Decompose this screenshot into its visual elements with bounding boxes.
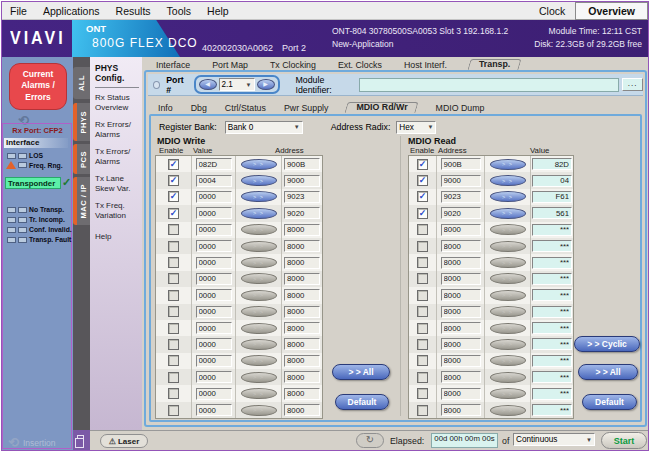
value-input[interactable]	[532, 224, 572, 236]
transfer-button[interactable]: > >	[241, 208, 277, 219]
enable-checkbox[interactable]	[168, 388, 179, 399]
value-input[interactable]	[532, 207, 572, 219]
transfer-button[interactable]: > >	[490, 372, 526, 383]
transfer-button[interactable]: > >	[490, 355, 526, 366]
transfer-button[interactable]: > >	[490, 159, 526, 170]
menu-tools[interactable]: Tools	[159, 5, 200, 17]
port-next-button[interactable]: ▶	[257, 79, 275, 90]
enable-checkbox[interactable]	[168, 339, 179, 350]
write-default-button[interactable]: Default	[335, 394, 389, 410]
value-input[interactable]	[196, 388, 232, 400]
current-alarms-button[interactable]: Current Alarms / Errors	[9, 63, 67, 110]
module-identifier-field[interactable]	[359, 78, 619, 92]
transfer-button[interactable]: > >	[490, 257, 526, 268]
address-input[interactable]	[284, 175, 320, 187]
transfer-button[interactable]: > >	[241, 191, 277, 202]
enable-checkbox[interactable]	[417, 257, 428, 268]
enable-checkbox[interactable]	[417, 355, 428, 366]
enable-checkbox[interactable]: ✓	[417, 208, 428, 219]
address-input[interactable]	[441, 224, 481, 236]
value-input[interactable]	[196, 306, 232, 318]
address-input[interactable]	[441, 371, 481, 383]
transfer-button[interactable]: > >	[241, 224, 277, 235]
enable-checkbox[interactable]: ✓	[168, 175, 179, 186]
subtab-mdio-dump[interactable]: MDIO Dump	[436, 103, 485, 113]
value-input[interactable]	[532, 404, 572, 416]
enable-checkbox[interactable]	[168, 306, 179, 317]
subtab-dbg[interactable]: Dbg	[191, 103, 207, 113]
overview-button[interactable]: Overview	[575, 2, 648, 20]
enable-checkbox[interactable]: ✓	[168, 159, 179, 170]
address-input[interactable]	[441, 207, 481, 219]
address-input[interactable]	[441, 240, 481, 252]
tab-host-interf[interactable]: Host Interf.	[404, 60, 447, 70]
enable-checkbox[interactable]: ✓	[417, 159, 428, 170]
enable-checkbox[interactable]	[168, 405, 179, 416]
value-input[interactable]	[532, 175, 572, 187]
transfer-button[interactable]: > >	[490, 388, 526, 399]
address-input[interactable]	[284, 338, 320, 350]
menu-results[interactable]: Results	[108, 5, 159, 17]
enable-checkbox[interactable]	[417, 323, 428, 334]
address-input[interactable]	[284, 158, 320, 170]
address-input[interactable]	[284, 240, 320, 252]
subtab-mdio-rdwr[interactable]: MDIO Rd/Wr	[346, 102, 417, 113]
address-input[interactable]	[441, 273, 481, 285]
value-input[interactable]	[532, 322, 572, 334]
enable-checkbox[interactable]	[168, 290, 179, 301]
enable-checkbox[interactable]: ✓	[417, 175, 428, 186]
transfer-button[interactable]: > >	[490, 208, 526, 219]
tab-mac-ip[interactable]: MAC / IP	[73, 177, 90, 225]
value-input[interactable]	[196, 257, 232, 269]
address-input[interactable]	[441, 289, 481, 301]
enable-checkbox[interactable]	[168, 323, 179, 334]
enable-checkbox[interactable]	[417, 306, 428, 317]
tab-ext-clocks[interactable]: Ext. Clocks	[338, 60, 382, 70]
subtab-ctrl-status[interactable]: Ctrl/Status	[225, 103, 266, 113]
clock-button[interactable]: Clock	[529, 5, 575, 17]
value-input[interactable]	[532, 191, 572, 203]
port-prev-button[interactable]: ◀	[199, 79, 217, 90]
value-input[interactable]	[532, 338, 572, 350]
menu-file[interactable]: File	[2, 5, 35, 17]
value-input[interactable]	[196, 207, 232, 219]
transfer-button[interactable]: > >	[241, 355, 277, 366]
address-input[interactable]	[441, 338, 481, 350]
value-input[interactable]	[196, 338, 232, 350]
transfer-button[interactable]: > >	[241, 323, 277, 334]
address-input[interactable]	[441, 322, 481, 334]
module-identifier-more-button[interactable]: ...	[622, 78, 643, 91]
transponder-selector[interactable]: Transponder	[5, 177, 61, 189]
tab-transp[interactable]: Transp.	[469, 59, 520, 70]
enable-checkbox[interactable]	[417, 339, 428, 350]
duration-select[interactable]: Continuous▼	[513, 433, 595, 446]
value-input[interactable]	[532, 306, 572, 318]
enable-checkbox[interactable]: ✓	[168, 191, 179, 202]
address-input[interactable]	[284, 207, 320, 219]
address-input[interactable]	[284, 355, 320, 367]
value-input[interactable]	[532, 388, 572, 400]
address-input[interactable]	[284, 404, 320, 416]
value-input[interactable]	[196, 191, 232, 203]
transfer-button[interactable]: > >	[241, 175, 277, 186]
enable-checkbox[interactable]	[417, 241, 428, 252]
transfer-button[interactable]: > >	[490, 191, 526, 202]
tab-all[interactable]: ALL	[73, 67, 90, 99]
address-input[interactable]	[441, 306, 481, 318]
address-input[interactable]	[441, 355, 481, 367]
read-all-button[interactable]: > > All	[578, 364, 638, 380]
enable-checkbox[interactable]	[168, 257, 179, 268]
enable-checkbox[interactable]	[417, 388, 428, 399]
value-input[interactable]	[196, 355, 232, 367]
address-input[interactable]	[284, 273, 320, 285]
address-input[interactable]	[441, 388, 481, 400]
address-input[interactable]	[441, 175, 481, 187]
copy-view-button[interactable]	[73, 430, 90, 450]
register-bank-select[interactable]: Bank 0▼	[225, 121, 303, 134]
value-input[interactable]	[196, 322, 232, 334]
port-select[interactable]: 2.1▼	[219, 78, 255, 91]
address-input[interactable]	[441, 257, 481, 269]
transfer-button[interactable]: > >	[241, 388, 277, 399]
tab-port-map[interactable]: Port Map	[212, 60, 248, 70]
nav-item-help[interactable]: Help	[95, 232, 139, 242]
